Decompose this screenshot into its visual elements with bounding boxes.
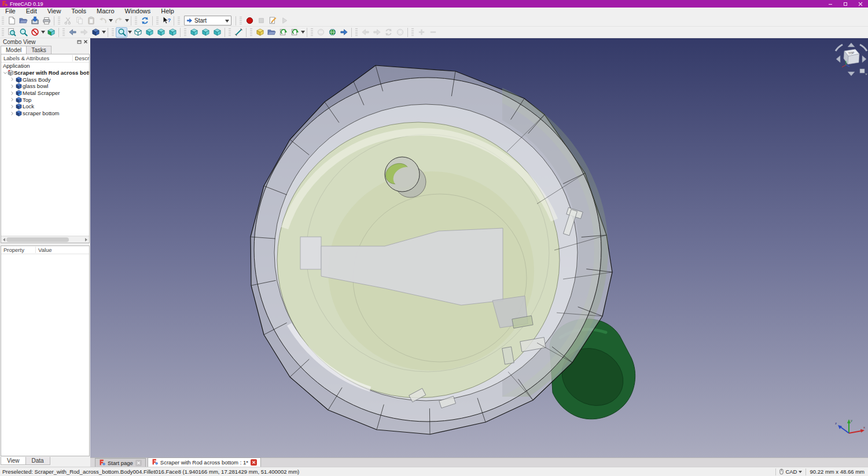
view-bottom-button[interactable]	[200, 27, 211, 38]
tree-expander[interactable]	[9, 111, 15, 116]
browser-back-button[interactable]	[359, 27, 371, 38]
paste-button[interactable]	[85, 16, 97, 26]
draw-style-dropdown[interactable]	[41, 27, 45, 38]
create-part-button[interactable]	[254, 27, 266, 38]
make-link-button[interactable]	[277, 27, 289, 38]
toolbar-handle[interactable]	[156, 17, 159, 25]
toolbar-handle[interactable]	[311, 28, 313, 36]
3d-viewport[interactable]: TOP y	[90, 38, 868, 457]
tree-item-glass-body[interactable]: Glass Body	[1, 76, 89, 83]
tree-item-document[interactable]: Scraper with Rod across bottom	[1, 69, 89, 76]
toolbar-handle[interactable]	[240, 17, 242, 25]
copy-button[interactable]	[73, 16, 85, 26]
menu-windows[interactable]: Windows	[120, 8, 156, 15]
menu-macro[interactable]: Macro	[91, 8, 120, 15]
view-axonometric-button[interactable]	[132, 27, 144, 38]
tree-expander[interactable]	[9, 97, 15, 102]
make-sub-link-button[interactable]	[289, 27, 300, 38]
tree-expander[interactable]	[9, 84, 15, 89]
browser-stop-button[interactable]	[394, 27, 406, 38]
toolbar-handle[interactable]	[250, 28, 252, 36]
tree-item-lock[interactable]: Lock	[1, 103, 89, 110]
browser-forward-button[interactable]	[371, 27, 382, 38]
toolbar-handle[interactable]	[229, 28, 231, 36]
scrollbar-thumb[interactable]	[6, 237, 69, 242]
toolbar-handle[interactable]	[184, 28, 186, 36]
fit-all-button[interactable]	[6, 27, 17, 38]
tree-item-metal-scrapper[interactable]: Metal Scrapper	[1, 90, 89, 97]
document-tab-start-page[interactable]: Start page	[95, 458, 146, 467]
tree-expander[interactable]	[9, 104, 15, 109]
view-front-button[interactable]	[144, 27, 155, 38]
float-panel-icon[interactable]	[77, 39, 82, 45]
toolbar-handle[interactable]	[62, 28, 65, 36]
nav-forward-button[interactable]	[78, 27, 90, 38]
dock-tab-view[interactable]: View	[1, 457, 26, 465]
zoom-tool-button[interactable]	[116, 27, 127, 38]
macro-edit-button[interactable]	[267, 16, 278, 26]
tree-item-glass-bowl[interactable]: glass bowl	[1, 83, 89, 90]
texture-view-button[interactable]	[45, 27, 57, 38]
tree-expander[interactable]	[3, 71, 8, 75]
save-document-button[interactable]	[29, 16, 41, 26]
close-tab-icon[interactable]	[135, 460, 142, 466]
make-sub-link-dropdown[interactable]	[300, 27, 305, 38]
nav-back-button[interactable]	[67, 27, 78, 38]
fit-selection-button[interactable]	[17, 27, 29, 38]
set-view-button[interactable]	[90, 27, 101, 38]
macro-stop-button[interactable]	[255, 16, 267, 26]
tree-expander[interactable]	[9, 91, 15, 96]
refresh-button[interactable]	[139, 16, 150, 26]
undo-dropdown[interactable]	[108, 16, 113, 26]
close-button[interactable]	[853, 0, 868, 8]
tree-item-top[interactable]: Top	[1, 96, 89, 103]
open-document-button[interactable]	[17, 16, 29, 26]
menu-view[interactable]: View	[42, 8, 67, 15]
toolbar-handle[interactable]	[135, 17, 137, 25]
print-button[interactable]	[41, 16, 52, 26]
toolbar-handle[interactable]	[411, 28, 414, 36]
view-rear-button[interactable]	[188, 27, 200, 38]
workbench-selector[interactable]: Start	[184, 16, 231, 25]
menu-tools[interactable]: Tools	[66, 8, 91, 15]
redo-dropdown[interactable]	[124, 16, 129, 26]
menu-file[interactable]: File	[0, 8, 21, 15]
tree-horizontal-scrollbar[interactable]	[1, 236, 89, 243]
scroll-right-arrow[interactable]	[83, 236, 89, 243]
view-right-button[interactable]	[167, 27, 178, 38]
navigation-style-selector[interactable]: CAD	[779, 468, 802, 475]
web-stop-button[interactable]	[315, 27, 326, 38]
create-group-button[interactable]	[266, 27, 277, 38]
tree-expander[interactable]	[9, 77, 15, 82]
tab-model[interactable]: Model	[1, 46, 27, 54]
macro-run-button[interactable]	[278, 16, 290, 26]
new-document-button[interactable]	[6, 16, 17, 26]
browser-refresh-button[interactable]	[382, 27, 394, 38]
tree-root-application[interactable]: Application	[1, 63, 89, 69]
whats-this-button[interactable]: ?	[160, 16, 172, 26]
tree-item-scraper-bottom[interactable]: scraper bottom	[1, 110, 89, 117]
close-tab-icon[interactable]	[251, 459, 257, 466]
toolbar-handle[interactable]	[2, 17, 4, 25]
draw-style-button[interactable]	[29, 27, 41, 38]
browser-go-button[interactable]	[338, 27, 350, 38]
set-view-dropdown[interactable]	[101, 27, 106, 38]
measure-distance-button[interactable]	[233, 27, 244, 38]
tab-tasks[interactable]: Tasks	[26, 46, 52, 54]
menu-edit[interactable]: Edit	[21, 8, 42, 15]
toolbar-handle[interactable]	[112, 28, 114, 36]
toolbar-handle[interactable]	[178, 17, 180, 25]
maximize-button[interactable]	[838, 0, 853, 8]
toolbar-handle[interactable]	[2, 28, 4, 36]
toolbar-handle[interactable]	[58, 17, 60, 25]
dock-tab-data[interactable]: Data	[25, 457, 50, 465]
cut-button[interactable]	[62, 16, 73, 26]
view-top-button[interactable]	[155, 27, 167, 38]
toolbar-handle[interactable]	[355, 28, 358, 36]
zoom-tool-dropdown[interactable]	[127, 27, 132, 38]
close-panel-icon[interactable]	[83, 39, 88, 45]
macro-record-button[interactable]	[244, 16, 255, 26]
document-tab-active[interactable]: Scraper with Rod across bottom : 1*	[148, 457, 261, 467]
view-left-button[interactable]	[211, 27, 223, 38]
menu-help[interactable]: Help	[156, 8, 179, 15]
